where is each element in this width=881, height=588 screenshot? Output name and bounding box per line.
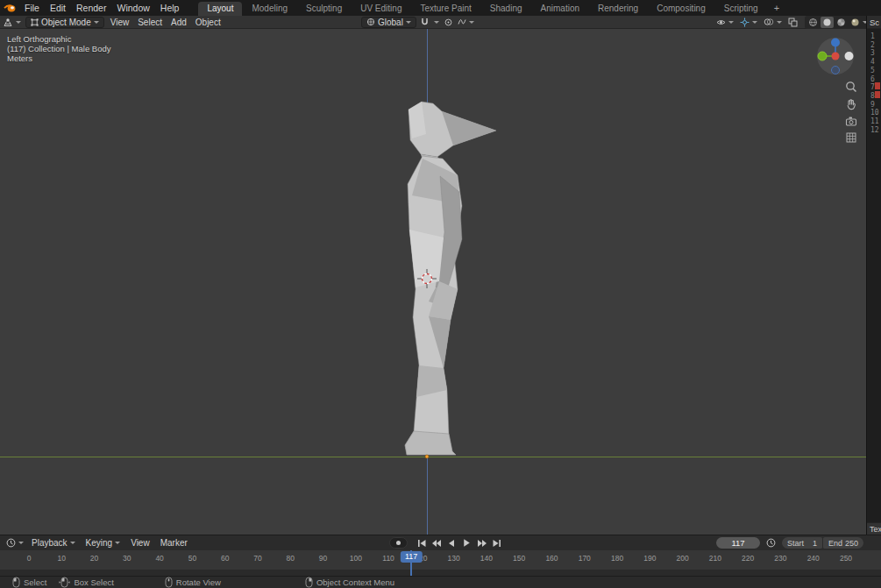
chevron-down-icon bbox=[469, 21, 474, 24]
falloff-dropdown[interactable] bbox=[455, 16, 477, 29]
app-menu-item[interactable]: File bbox=[19, 0, 45, 16]
gizmo-axis-y-negative[interactable] bbox=[845, 52, 854, 60]
ruler-frame-label: 100 bbox=[350, 554, 362, 563]
line-number: 3 bbox=[870, 49, 881, 58]
app-menu-item[interactable]: Edit bbox=[45, 0, 71, 16]
viewport-menu-item[interactable]: View bbox=[106, 16, 134, 29]
gizmo-axis-x[interactable] bbox=[832, 53, 840, 60]
middle-mouse-icon bbox=[165, 577, 173, 588]
projection-toggle-button[interactable] bbox=[843, 130, 858, 145]
previous-keyframe-button[interactable] bbox=[430, 538, 444, 549]
workspace-tab[interactable]: Animation bbox=[532, 2, 588, 16]
playback-controls bbox=[389, 537, 504, 549]
workspace-tab[interactable]: Layout bbox=[198, 2, 242, 16]
jump-to-start-icon bbox=[416, 539, 427, 548]
preview-range-toggle[interactable] bbox=[764, 536, 778, 549]
previous-keyframe-icon bbox=[431, 539, 442, 548]
gizmo-axis-z-positive[interactable] bbox=[831, 39, 840, 47]
shading-rendered-button[interactable] bbox=[849, 17, 862, 28]
ruler-frame-label: 20 bbox=[90, 554, 98, 563]
record-dot-icon bbox=[396, 541, 401, 545]
scene-canvas[interactable] bbox=[0, 29, 866, 535]
viewport-menu-item[interactable]: Add bbox=[167, 16, 191, 29]
snap-settings-dropdown[interactable] bbox=[431, 16, 442, 29]
orientation-dropdown[interactable]: Global bbox=[361, 17, 416, 28]
add-workspace-button[interactable]: + bbox=[768, 0, 785, 16]
workspace-tab[interactable]: Modeling bbox=[243, 2, 296, 16]
gizmo-axis-y-positive[interactable] bbox=[818, 52, 827, 60]
viewport-menu-item[interactable]: Object bbox=[191, 16, 225, 29]
ruler-frame-label: 200 bbox=[677, 554, 689, 563]
workspace-tab[interactable]: UV Editing bbox=[352, 2, 410, 16]
view-menu[interactable]: View bbox=[125, 535, 155, 551]
status-hint-context-menu: Object Context Menu bbox=[305, 577, 394, 588]
ruler-frame-label: 220 bbox=[742, 554, 754, 563]
workspace-tab[interactable]: Rendering bbox=[589, 2, 647, 16]
start-frame-field[interactable]: Start 1 bbox=[782, 537, 822, 549]
current-frame-field[interactable]: 117 bbox=[716, 537, 760, 549]
play-button[interactable] bbox=[459, 537, 474, 549]
ruler-frame-label: 130 bbox=[448, 554, 460, 563]
chevron-down-icon bbox=[434, 21, 439, 24]
jump-to-start-button[interactable] bbox=[415, 538, 429, 549]
app-menu-item[interactable]: Render bbox=[71, 0, 111, 16]
transform-controls: Global bbox=[359, 16, 477, 29]
line-number: 1 bbox=[870, 32, 881, 41]
workspace-tab[interactable]: Shading bbox=[481, 2, 531, 16]
syntax-error-marker bbox=[875, 91, 880, 98]
xray-toggle[interactable] bbox=[785, 16, 800, 29]
object-visibility-dropdown[interactable] bbox=[714, 16, 736, 29]
ruler-frame-label: 180 bbox=[611, 554, 623, 563]
shading-material-button[interactable] bbox=[835, 17, 848, 28]
editor-type-button[interactable] bbox=[0, 16, 24, 29]
app-menu-item[interactable]: Help bbox=[155, 0, 185, 16]
3d-viewport[interactable]: Left Orthographic (117) Collection | Mal… bbox=[0, 29, 866, 535]
blender-logo-icon[interactable] bbox=[0, 3, 19, 13]
right-editor-strip[interactable]: Sc 123456789101112 Tex bbox=[866, 16, 881, 535]
jump-to-end-button[interactable] bbox=[490, 538, 504, 549]
app-menu-item[interactable]: Window bbox=[111, 0, 154, 16]
workspace-tab[interactable]: Scripting bbox=[715, 2, 767, 16]
snap-toggle[interactable] bbox=[418, 16, 431, 29]
status-hint-rotate-view: Rotate View bbox=[165, 577, 221, 588]
jump-to-end-icon bbox=[492, 539, 502, 548]
marker-menu[interactable]: Marker bbox=[155, 535, 193, 551]
keying-menu[interactable]: Keying bbox=[81, 535, 126, 551]
right-editor-footer[interactable]: Tex bbox=[867, 522, 881, 535]
range-field-pair: Start 1 End 250 bbox=[782, 537, 863, 549]
timeline-track[interactable] bbox=[0, 570, 881, 576]
line-number: 9 bbox=[870, 101, 881, 110]
zoom-button[interactable] bbox=[843, 80, 858, 95]
playback-menu[interactable]: Playback bbox=[26, 535, 81, 551]
camera-view-button[interactable] bbox=[843, 113, 858, 128]
workspace-tab[interactable]: Sculpting bbox=[297, 2, 351, 16]
shading-wireframe-button[interactable] bbox=[806, 17, 820, 28]
shading-mode-group bbox=[805, 16, 870, 29]
show-overlays-dropdown[interactable] bbox=[761, 16, 785, 29]
auto-keying-toggle[interactable] bbox=[389, 537, 408, 549]
shading-solid-button[interactable] bbox=[821, 17, 834, 28]
navigation-gizmo[interactable] bbox=[814, 35, 856, 77]
right-editor-header[interactable]: Sc bbox=[867, 16, 881, 29]
object-origin-dot bbox=[425, 455, 429, 458]
line-number: 5 bbox=[870, 67, 881, 75]
mode-dropdown[interactable]: Object Mode bbox=[25, 17, 104, 28]
play-reverse-button[interactable] bbox=[444, 538, 458, 549]
show-gizmo-dropdown[interactable] bbox=[737, 16, 760, 29]
workspace-tab[interactable]: Compositing bbox=[648, 2, 714, 16]
timeline-ruler[interactable]: 0102030405060708090100110120130140150160… bbox=[0, 550, 881, 570]
line-number: 12 bbox=[870, 126, 881, 135]
next-keyframe-button[interactable] bbox=[475, 538, 489, 549]
playhead-frame-label[interactable]: 117 bbox=[401, 551, 422, 563]
orientation-label: Global bbox=[378, 18, 403, 27]
ruler-frame-label: 60 bbox=[221, 554, 229, 563]
proportional-editing-toggle[interactable] bbox=[442, 16, 455, 29]
camera-icon bbox=[844, 114, 858, 128]
pan-button[interactable] bbox=[843, 96, 858, 111]
end-frame-field[interactable]: End 250 bbox=[823, 537, 863, 549]
xray-icon bbox=[788, 18, 798, 27]
timeline-editor-type-button[interactable] bbox=[4, 536, 26, 549]
workspace-tab[interactable]: Texture Paint bbox=[411, 2, 480, 16]
viewport-menu-item[interactable]: Select bbox=[133, 16, 167, 29]
gizmo-axis-z-negative[interactable] bbox=[832, 67, 840, 74]
